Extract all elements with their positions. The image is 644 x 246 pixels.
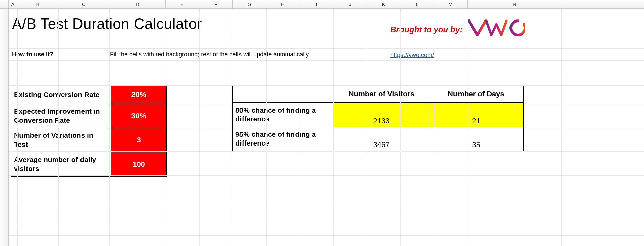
input-label-existing-cr: Existing Conversion Rate <box>11 86 111 104</box>
vwo-link[interactable]: https://vwo.com/ <box>390 51 434 59</box>
input-table: Existing Conversion Rate 20% Expected Im… <box>11 85 167 177</box>
how-to-text: Fill the cells with red background; rest… <box>110 51 309 58</box>
col-head-I[interactable]: I <box>300 0 333 8</box>
row-headers <box>0 9 9 246</box>
col-head-J[interactable]: J <box>333 0 367 8</box>
how-to-label: How to use it? <box>12 51 53 58</box>
col-head-C[interactable]: C <box>58 0 109 8</box>
input-label-daily-visitors: Average number of daily visitors <box>11 152 111 176</box>
col-head-N[interactable]: N <box>468 0 561 8</box>
results-row-80-desc: 80% chance of finding a difference <box>232 102 334 127</box>
cell-area[interactable]: A/B Test Duration Calculator Brought to … <box>9 9 644 246</box>
input-value-variations[interactable]: 3 <box>111 128 166 152</box>
results-row-80-visitors: 2133 <box>334 102 429 127</box>
results-head-blank <box>232 86 334 102</box>
results-head-days: Number of Days <box>429 86 524 102</box>
col-head-M[interactable]: M <box>434 0 468 8</box>
input-value-daily-visitors[interactable]: 100 <box>111 152 166 176</box>
col-head-D[interactable]: D <box>109 0 166 8</box>
input-label-variations: Number of Variations in Test <box>11 128 111 152</box>
spreadsheet: ABCDEFGHIJKLMN A/B Test Duration Calcula… <box>0 0 644 246</box>
results-row-80-days: 21 <box>429 102 524 127</box>
corner-cell <box>0 0 9 8</box>
column-headers: ABCDEFGHIJKLMN <box>0 0 644 9</box>
col-head-H[interactable]: H <box>266 0 300 8</box>
col-head-G[interactable]: G <box>233 0 266 8</box>
col-head-A[interactable]: A <box>9 0 17 8</box>
col-head-K[interactable]: K <box>367 0 400 8</box>
results-row-95-visitors: 3467 <box>334 127 429 151</box>
col-head-B[interactable]: B <box>17 0 58 8</box>
results-row-95-desc: 95% chance of finding a difference <box>232 127 334 151</box>
results-head-visitors: Number of Visitors <box>334 86 429 102</box>
input-value-existing-cr[interactable]: 20% <box>111 86 166 104</box>
results-table: Number of Visitors Number of Days 80% ch… <box>232 85 524 151</box>
input-value-expected-improvement[interactable]: 30% <box>111 104 166 128</box>
input-label-expected-improvement: Expected Improvement in Conversion Rate <box>11 104 111 128</box>
col-head-E[interactable]: E <box>166 0 199 8</box>
page-title: A/B Test Duration Calculator <box>12 15 202 32</box>
vwo-link-anchor[interactable]: https://vwo.com/ <box>390 52 434 58</box>
col-head-L[interactable]: L <box>400 0 434 8</box>
results-row-95-days: 35 <box>429 127 524 151</box>
col-head-F[interactable]: F <box>199 0 233 8</box>
vwo-logo <box>468 19 525 36</box>
brought-by-label: Brought to you by: <box>390 25 463 34</box>
